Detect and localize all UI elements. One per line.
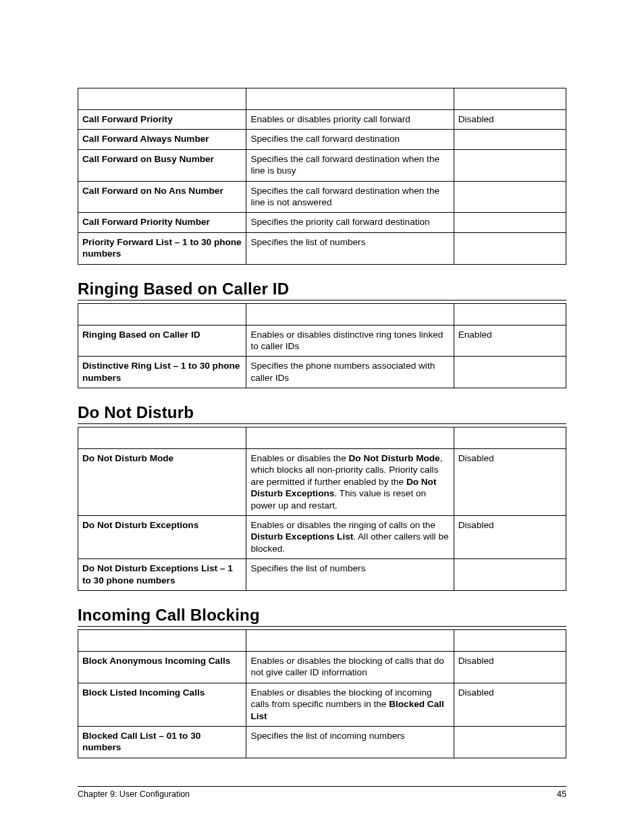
table-row: Call Forward Priority Number Specifies t… xyxy=(78,213,566,232)
dnd-table: Do Not Disturb Mode Enables or disables … xyxy=(78,427,566,591)
table-row: Block Listed Incoming Calls Enables or d… xyxy=(78,683,566,726)
field-desc: Enables or disables the Do Not Disturb M… xyxy=(246,449,454,516)
field-default xyxy=(454,726,566,758)
field-desc: Enables or disables distinctive ring ton… xyxy=(246,325,454,357)
field-desc: Specifies the list of numbers xyxy=(246,232,454,264)
table-row: Do Not Disturb Mode Enables or disables … xyxy=(78,449,566,516)
field-name: Do Not Disturb Mode xyxy=(78,449,246,516)
field-default xyxy=(454,181,566,213)
field-default: Disabled xyxy=(454,651,566,683)
section-title-icb: Incoming Call Blocking xyxy=(78,606,566,627)
footer-chapter: Chapter 9: User Configuration xyxy=(78,789,190,799)
table-row: Do Not Disturb Exceptions Enables or dis… xyxy=(78,516,566,559)
field-default xyxy=(454,149,566,181)
field-name: Distinctive Ring List – 1 to 30 phone nu… xyxy=(78,357,246,388)
field-name: Block Anonymous Incoming Calls xyxy=(78,651,246,683)
field-default xyxy=(454,213,566,232)
icb-table: Block Anonymous Incoming Calls Enables o… xyxy=(78,629,566,758)
field-default xyxy=(454,232,566,264)
table-row: Call Forward Priority Enables or disable… xyxy=(78,110,566,130)
field-default: Enabled xyxy=(454,325,566,357)
field-name: Call Forward on Busy Number xyxy=(78,149,246,181)
field-desc: Specifies the call forward destination w… xyxy=(246,149,454,181)
field-name: Do Not Disturb Exceptions xyxy=(78,516,246,559)
field-default: Disabled xyxy=(454,683,566,726)
field-desc: Enables or disables the blocking of call… xyxy=(246,651,454,683)
table-row: Ringing Based on Caller ID Enables or di… xyxy=(78,325,566,357)
field-name: Block Listed Incoming Calls xyxy=(78,683,246,726)
field-desc: Enables or disables priority call forwar… xyxy=(246,110,454,130)
table-row: Call Forward Always Number Specifies the… xyxy=(78,130,566,149)
field-name: Priority Forward List – 1 to 30 phone nu… xyxy=(78,232,246,264)
field-desc: Specifies the priority call forward dest… xyxy=(246,213,454,232)
field-default xyxy=(454,559,566,591)
field-name: Call Forward Priority Number xyxy=(78,213,246,232)
field-name: Do Not Disturb Exceptions List – 1 to 30… xyxy=(78,559,246,591)
table-row: Call Forward on Busy Number Specifies th… xyxy=(78,149,566,181)
table-row: Priority Forward List – 1 to 30 phone nu… xyxy=(78,232,566,264)
field-name: Call Forward Priority xyxy=(78,110,246,130)
call-forward-tbody: Call Forward Priority Enables or disable… xyxy=(78,110,566,265)
text-part: Enables or disables the xyxy=(250,453,348,463)
field-default: Disabled xyxy=(454,449,566,516)
field-desc: Specifies the phone numbers associated w… xyxy=(246,357,454,388)
text-part: Enables or disables the ringing of calls… xyxy=(250,520,435,530)
text-bold: Disturb Exceptions List xyxy=(250,531,353,542)
field-name: Call Forward on No Ans Number xyxy=(78,181,246,213)
section-title-ringing: Ringing Based on Caller ID xyxy=(78,280,566,301)
field-default: Disabled xyxy=(454,516,566,559)
call-forward-table: Call Forward Priority Enables or disable… xyxy=(78,88,566,265)
page: Call Forward Priority Enables or disable… xyxy=(0,0,644,834)
table-row: Blocked Call List – 01 to 30 numbers Spe… xyxy=(78,726,566,758)
field-desc: Specifies the list of incoming numbers xyxy=(246,726,454,758)
ringing-table: Ringing Based on Caller ID Enables or di… xyxy=(78,303,566,389)
field-desc: Enables or disables the blocking of inco… xyxy=(246,683,454,726)
field-default xyxy=(454,130,566,149)
section-title-dnd: Do Not Disturb xyxy=(78,403,566,424)
field-name: Call Forward Always Number xyxy=(78,130,246,149)
table-row: Call Forward on No Ans Number Specifies … xyxy=(78,181,566,213)
table-row: Distinctive Ring List – 1 to 30 phone nu… xyxy=(78,357,566,388)
field-default: Disabled xyxy=(454,110,566,130)
text-bold: Do Not Disturb Mode xyxy=(349,453,440,463)
field-desc: Specifies the call forward destination w… xyxy=(246,181,454,213)
field-desc: Enables or disables the ringing of calls… xyxy=(246,516,454,559)
table-row: Do Not Disturb Exceptions List – 1 to 30… xyxy=(78,559,566,591)
footer-page-number: 45 xyxy=(557,789,566,799)
field-default xyxy=(454,357,566,388)
page-footer: Chapter 9: User Configuration 45 xyxy=(78,786,566,799)
table-row: Block Anonymous Incoming Calls Enables o… xyxy=(78,651,566,683)
field-name: Ringing Based on Caller ID xyxy=(78,325,246,357)
field-desc: Specifies the list of numbers xyxy=(246,559,454,591)
field-desc: Specifies the call forward destination xyxy=(246,130,454,149)
field-name: Blocked Call List – 01 to 30 numbers xyxy=(78,726,246,758)
